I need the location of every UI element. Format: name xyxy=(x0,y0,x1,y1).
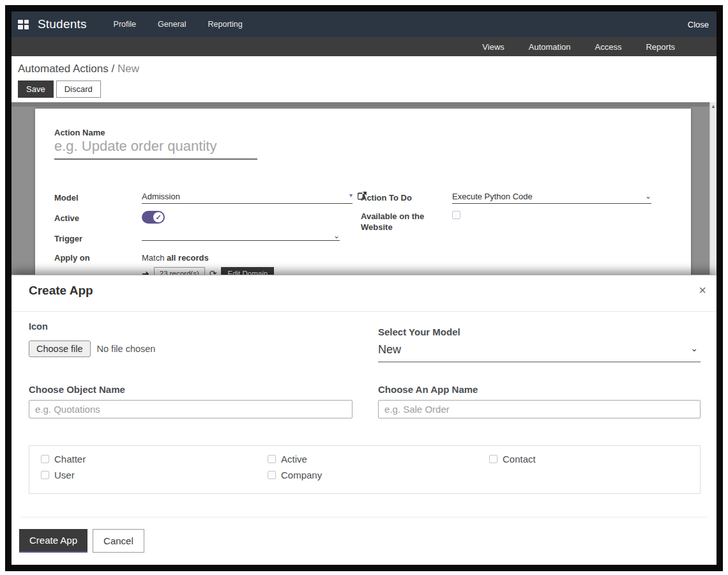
action-name-label: Action Name xyxy=(54,128,105,137)
select-model-value: New xyxy=(378,343,401,356)
checkbox-contact[interactable]: Contact xyxy=(489,454,536,464)
checkbox-contact-label: Contact xyxy=(503,454,536,464)
tab-automation[interactable]: Automation xyxy=(517,39,583,55)
breadcrumb: Automated Actions / New xyxy=(18,63,139,75)
action-to-do-value: Execute Python Code xyxy=(452,192,533,201)
trigger-label: Trigger xyxy=(54,234,82,243)
modal-close-icon[interactable]: × xyxy=(699,283,706,298)
menu-reporting[interactable]: Reporting xyxy=(198,16,253,33)
available-website-label: Available on the Website xyxy=(361,211,425,233)
features-panel: Chatter User Active Company Contact xyxy=(29,445,701,494)
control-panel: Automated Actions / New Save Discard xyxy=(11,56,717,102)
studio-toolbar: Views Automation Access Reports xyxy=(11,37,717,56)
cancel-button[interactable]: Cancel xyxy=(93,529,144,553)
checkbox-box-icon[interactable] xyxy=(41,471,49,479)
model-value: Admission xyxy=(142,192,180,201)
apply-on-label: Apply on xyxy=(54,253,90,263)
object-name-label: Choose Object Name xyxy=(29,384,125,395)
app-menu: Profile General Reporting xyxy=(103,16,253,33)
modal-title: Create App xyxy=(29,284,93,298)
checkbox-box-icon[interactable] xyxy=(41,455,49,463)
icon-label: Icon xyxy=(29,321,48,332)
match-prefix: Match xyxy=(142,253,167,263)
save-button[interactable]: Save xyxy=(18,80,54,98)
checkbox-company-label: Company xyxy=(281,470,322,480)
menu-general[interactable]: General xyxy=(148,16,196,33)
breadcrumb-separator: / xyxy=(109,63,118,75)
file-upload-row: Choose file No file chosen xyxy=(29,341,155,357)
toggle-check-icon: ✓ xyxy=(153,212,163,222)
checkbox-user[interactable]: User xyxy=(41,470,86,480)
action-name-input[interactable] xyxy=(54,137,257,160)
breadcrumb-parent[interactable]: Automated Actions xyxy=(18,63,109,75)
select-model-chevron-icon: ⌄ xyxy=(690,343,698,353)
action-to-do-select[interactable]: Execute Python Code⌄ xyxy=(452,192,651,204)
checkbox-user-label: User xyxy=(54,470,75,480)
trigger-chevron-icon: ⌄ xyxy=(333,231,340,240)
checkbox-active-label: Active xyxy=(281,454,307,464)
modal-header-divider xyxy=(11,311,717,312)
object-name-input[interactable] xyxy=(29,400,353,418)
model-caret-icon[interactable]: ▾ xyxy=(349,192,353,199)
app-title: Students xyxy=(38,17,87,31)
apply-on-summary: Match all records xyxy=(142,253,209,263)
menu-profile[interactable]: Profile xyxy=(103,16,146,33)
app-name-input[interactable] xyxy=(378,400,701,418)
app-name-label: Choose An App Name xyxy=(378,384,478,395)
file-status-text: No file chosen xyxy=(97,344,156,354)
model-field[interactable]: Admission▾ xyxy=(142,192,353,204)
checkbox-chatter[interactable]: Chatter xyxy=(41,454,86,464)
checkbox-company[interactable]: Company xyxy=(268,470,322,480)
create-app-modal: Create App × Icon Choose file No file ch… xyxy=(11,275,717,565)
app-window: Students Profile General Reporting Close… xyxy=(5,5,723,571)
scrollbar-up-icon[interactable]: ▲ xyxy=(710,102,717,109)
tab-access[interactable]: Access xyxy=(583,39,634,55)
modal-footer: Create App Cancel xyxy=(19,529,144,553)
close-studio-button[interactable]: Close xyxy=(688,20,709,29)
modal-footer-divider xyxy=(20,517,708,518)
checkbox-active[interactable]: Active xyxy=(268,454,322,464)
model-label: Model xyxy=(54,193,79,203)
apps-grid-icon[interactable] xyxy=(18,20,29,29)
action-to-do-label: Action To Do xyxy=(361,193,412,203)
tab-reports[interactable]: Reports xyxy=(633,39,687,55)
active-toggle[interactable]: ✓ xyxy=(142,211,165,224)
discard-button[interactable]: Discard xyxy=(56,80,101,98)
checkbox-box-icon[interactable] xyxy=(268,455,276,463)
available-website-checkbox[interactable] xyxy=(452,211,460,219)
select-model-dropdown[interactable]: ⌄New xyxy=(378,343,701,362)
action-to-do-chevron-icon: ⌄ xyxy=(645,192,651,201)
checkbox-chatter-label: Chatter xyxy=(54,454,86,464)
select-model-label: Select Your Model xyxy=(378,326,460,337)
checkbox-box-icon[interactable] xyxy=(489,455,497,463)
create-app-button[interactable]: Create App xyxy=(19,529,87,553)
checkbox-box-icon[interactable] xyxy=(268,471,276,479)
top-navbar: Students Profile General Reporting Close xyxy=(11,12,717,37)
match-bold: all records xyxy=(167,253,209,263)
breadcrumb-current: New xyxy=(118,63,139,75)
workspace-top-strip xyxy=(11,102,717,107)
trigger-select[interactable]: ⌄ xyxy=(142,231,340,241)
choose-file-button[interactable]: Choose file xyxy=(29,341,91,357)
tab-views[interactable]: Views xyxy=(470,39,516,55)
active-label: Active xyxy=(54,213,79,223)
